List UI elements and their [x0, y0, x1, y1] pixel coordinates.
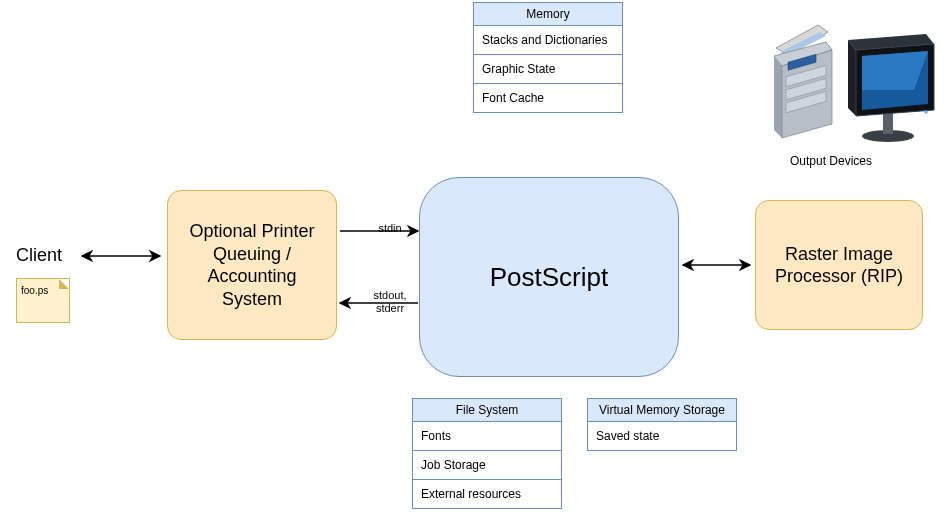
vm-table: Virtual Memory Storage Saved state [587, 398, 737, 451]
postscript-text: PostScript [490, 261, 609, 294]
memory-row: Stacks and Dictionaries [474, 26, 622, 55]
vm-title: Virtual Memory Storage [588, 399, 736, 422]
monitor-icon [840, 30, 940, 145]
stdout-label: stdout, stderr [370, 289, 410, 314]
svg-point-16 [924, 110, 928, 114]
client-file-note: foo.ps [16, 278, 70, 323]
memory-table: Memory Stacks and Dictionaries Graphic S… [473, 2, 623, 113]
svg-marker-3 [774, 56, 782, 138]
queuing-block: Optional Printer Queuing / Accounting Sy… [167, 190, 337, 340]
rip-block: Raster Image Processor (RIP) [755, 200, 923, 330]
postscript-block: PostScript [419, 177, 679, 377]
printer-icon [768, 20, 836, 145]
client-label: Client [16, 245, 62, 266]
memory-row: Font Cache [474, 84, 622, 112]
output-devices-label: Output Devices [790, 154, 872, 168]
filesystem-row: Job Storage [413, 451, 561, 480]
svg-marker-12 [848, 40, 856, 116]
queuing-text: Optional Printer Queuing / Accounting Sy… [168, 220, 336, 310]
memory-title: Memory [474, 3, 622, 26]
memory-row: Graphic State [474, 55, 622, 84]
vm-row: Saved state [588, 422, 736, 450]
client-file-name: foo.ps [21, 285, 48, 296]
filesystem-row: Fonts [413, 422, 561, 451]
filesystem-title: File System [413, 399, 561, 422]
rip-text: Raster Image Processor (RIP) [756, 243, 922, 288]
filesystem-row: External resources [413, 480, 561, 508]
stdin-label: stdin [370, 222, 410, 235]
filesystem-table: File System Fonts Job Storage External r… [412, 398, 562, 509]
